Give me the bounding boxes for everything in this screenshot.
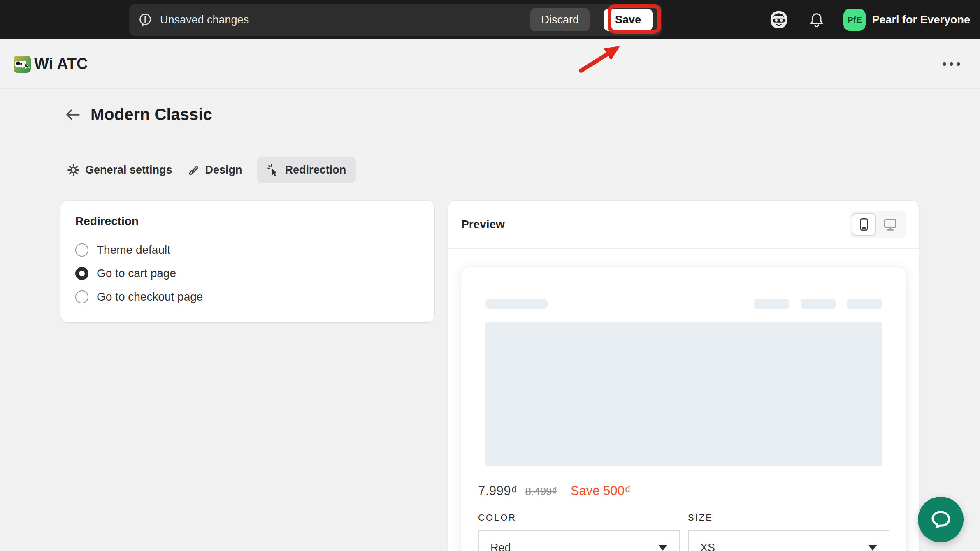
skeleton-product-image [485, 322, 882, 466]
tab-design[interactable]: Design [187, 157, 242, 183]
app-header: Wi ATC [0, 39, 980, 89]
preview-title: Preview [461, 218, 505, 231]
app-logo-icon [14, 56, 31, 73]
topbar: Unsaved changes Discard Save [0, 0, 980, 39]
page-title: Modern Classic [91, 105, 212, 124]
shopify-admin-app-page: Unsaved changes Discard Save [0, 0, 980, 551]
horizontal-dots-icon[interactable] [938, 58, 964, 70]
radio-option-go-to-checkout[interactable]: Go to checkout page [75, 290, 420, 303]
radio-option-theme-default[interactable]: Theme default [75, 243, 420, 257]
radio-label: Go to cart page [97, 267, 176, 280]
size-select-value: XS [700, 542, 715, 551]
skeleton-chip [754, 299, 789, 309]
notification-bell-icon[interactable] [808, 11, 825, 29]
cursor-click-icon [267, 164, 280, 176]
price-original: 8.499₫ [525, 485, 557, 498]
sidekick-face-icon[interactable] [769, 10, 788, 30]
storefront-preview-panel: 7.999₫ 8.499₫ Save 500₫ COLOR Red SIZE X… [461, 267, 906, 551]
desktop-monitor-icon [882, 216, 899, 233]
unsaved-changes-bar: Unsaved changes Discard Save [129, 4, 662, 36]
tab-label: General settings [85, 164, 172, 176]
size-select[interactable]: XS [688, 530, 889, 551]
alert-bubble-icon [138, 12, 153, 27]
chat-launcher-button[interactable] [918, 497, 964, 542]
preview-header: Preview [448, 201, 919, 249]
gear-icon [67, 164, 80, 176]
store-name[interactable]: Pearl for Everyone [872, 14, 970, 26]
dropdown-arrow-icon [658, 545, 667, 551]
tab-redirection[interactable]: Redirection [257, 157, 356, 183]
color-label: COLOR [478, 512, 680, 523]
size-label: SIZE [688, 512, 889, 523]
radio-circle[interactable] [75, 290, 88, 303]
redirection-card-title: Redirection [75, 215, 420, 228]
settings-tabs: General settings Design [67, 157, 356, 183]
size-variant: SIZE XS [688, 512, 889, 551]
tab-label: Design [205, 164, 242, 176]
mobile-preview-button[interactable] [852, 213, 876, 236]
topbar-right-cluster: PfE Pearl for Everyone [769, 0, 970, 39]
desktop-preview-button[interactable] [876, 213, 904, 236]
price-row: 7.999₫ 8.499₫ Save 500₫ [478, 484, 889, 498]
app-name: Wi ATC [34, 55, 88, 73]
redirection-options: Theme default Go to cart page Go to chec… [75, 243, 420, 303]
color-variant: COLOR Red [478, 512, 680, 551]
skeleton-header-row [485, 299, 882, 309]
radio-option-go-to-cart[interactable]: Go to cart page [75, 267, 420, 280]
preview-card: Preview [448, 201, 919, 551]
device-toggle [850, 211, 906, 238]
skeleton-chips [754, 299, 882, 309]
price-savings-badge: Save 500₫ [571, 484, 631, 498]
color-select-value: Red [490, 542, 511, 551]
tab-label: Redirection [285, 164, 346, 176]
save-button[interactable]: Save [604, 9, 653, 31]
discard-button[interactable]: Discard [530, 8, 590, 31]
radio-circle-selected[interactable] [75, 267, 88, 280]
skeleton-chip [801, 299, 836, 309]
radio-circle[interactable] [75, 243, 88, 257]
chat-bubble-icon [929, 509, 953, 531]
redirection-card: Redirection Theme default Go to cart pag… [60, 201, 434, 322]
store-avatar[interactable]: PfE [843, 9, 866, 31]
radio-label: Theme default [97, 243, 170, 257]
skeleton-title-pill [485, 299, 548, 309]
color-select[interactable]: Red [478, 530, 680, 551]
dropdown-arrow-icon [868, 545, 877, 551]
mobile-phone-icon [856, 216, 872, 233]
radio-label: Go to checkout page [97, 290, 203, 303]
skeleton-chip [847, 299, 882, 309]
variant-selectors: COLOR Red SIZE XS [478, 512, 889, 551]
tab-general-settings[interactable]: General settings [67, 157, 172, 183]
unsaved-changes-message: Unsaved changes [160, 14, 249, 26]
price-current: 7.999₫ [478, 484, 518, 498]
paintbrush-icon [187, 164, 200, 176]
back-arrow-icon[interactable] [65, 108, 81, 122]
